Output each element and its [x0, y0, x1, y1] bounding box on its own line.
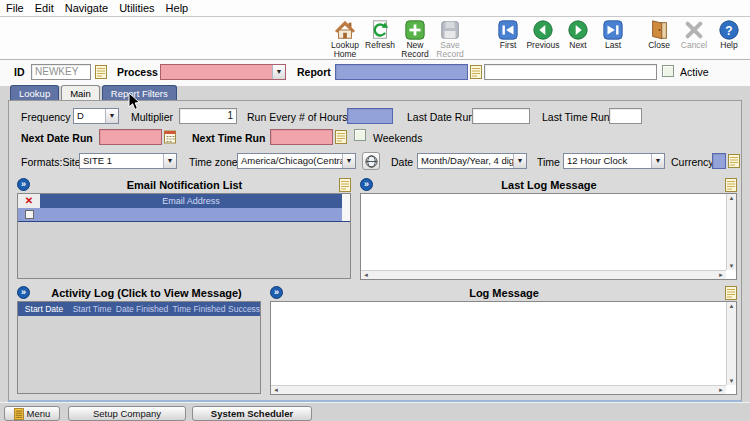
close-button[interactable]: Close: [642, 19, 676, 50]
menu-bar: File Edit Navigate Utilities Help: [0, 0, 750, 17]
toolbar-label: Previous: [526, 41, 559, 50]
time-format-dropdown[interactable]: 12 Hour Clock ▼: [563, 153, 665, 169]
scroll-up-icon[interactable]: ▲: [729, 195, 735, 201]
horizontal-scrollbar[interactable]: ◄►: [271, 385, 726, 394]
refresh-button[interactable]: Refresh: [363, 19, 397, 50]
date-finished-column-header[interactable]: Date Finished: [114, 302, 170, 316]
email-table-row[interactable]: [18, 208, 350, 222]
log-message-panel: » Log Message ▲▼ ◄►: [268, 285, 739, 397]
lookup-home-button[interactable]: Lookup Home: [328, 19, 362, 59]
tab-lookup[interactable]: Lookup: [10, 85, 59, 100]
id-label: ID: [14, 66, 25, 78]
report-lookup-icon[interactable]: [470, 65, 482, 79]
multiplier-label: Multiplier: [131, 111, 173, 123]
time-zone-dropdown[interactable]: America/Chicago(Central Stan ▼: [237, 153, 356, 169]
date-format-label: Date: [391, 156, 413, 168]
expand-panel-icon[interactable]: »: [360, 178, 373, 191]
date-format-dropdown[interactable]: Month/Day/Year, 4 digits ▼: [417, 153, 527, 169]
setup-company-button[interactable]: Setup Company: [68, 406, 186, 421]
currency-lookup-icon[interactable]: [728, 154, 740, 168]
log-textarea[interactable]: ▲▼ ◄►: [270, 301, 737, 395]
scroll-left-icon[interactable]: ◄: [273, 387, 279, 393]
scroll-up-icon[interactable]: ▲: [729, 303, 735, 309]
time-finished-column-header[interactable]: Time Finished: [170, 302, 228, 316]
last-record-button[interactable]: Last: [596, 19, 630, 50]
last-time-run-field[interactable]: [609, 108, 642, 124]
menu-file[interactable]: File: [6, 2, 24, 14]
system-scheduler-button[interactable]: System Scheduler: [192, 406, 312, 421]
toolbar-label: First: [500, 41, 517, 50]
email-address-column-header[interactable]: Email Address: [40, 194, 342, 208]
expand-panel-icon[interactable]: »: [17, 178, 30, 191]
formats-site-dropdown[interactable]: SITE 1 ▼: [79, 153, 177, 169]
report-field[interactable]: [335, 64, 468, 80]
active-checkbox[interactable]: [662, 65, 674, 77]
email-table: ✕ Email Address: [17, 193, 351, 279]
email-cell[interactable]: [40, 208, 342, 221]
email-notification-panel: » Email Notification List ✕ Email Addres…: [15, 177, 353, 281]
last-date-run-field[interactable]: [472, 108, 530, 124]
currency-field[interactable]: [712, 153, 726, 169]
last-log-panel: » Last Log Message ▲▼ ◄►: [358, 177, 739, 281]
next-date-run-field[interactable]: [99, 129, 162, 145]
weekends-checkbox[interactable]: [354, 129, 366, 141]
start-time-column-header[interactable]: Start Time: [70, 302, 114, 316]
process-label: Process: [117, 66, 158, 78]
time-format-value: 12 Hour Clock: [567, 155, 627, 166]
next-time-run-label: Next Time Run: [192, 132, 265, 144]
row-checkbox[interactable]: [25, 210, 34, 219]
first-record-button[interactable]: First: [491, 19, 525, 50]
expand-panel-icon[interactable]: »: [270, 286, 283, 299]
email-panel-header: » Email Notification List: [15, 177, 353, 192]
previous-record-button[interactable]: Previous: [526, 19, 560, 50]
calendar-icon[interactable]: [164, 130, 176, 144]
email-notepad-icon[interactable]: [339, 178, 351, 192]
scroll-down-icon[interactable]: ▼: [729, 263, 735, 269]
vertical-scrollbar[interactable]: ▲▼: [726, 302, 736, 385]
new-record-button[interactable]: New Record: [398, 19, 432, 59]
success-column-header[interactable]: Success: [228, 302, 260, 316]
currency-label: Currency: [671, 156, 714, 168]
delete-row-icon[interactable]: ✕: [18, 194, 40, 208]
record-header-row: ID NEWKEY Process ▼ Report Active: [0, 60, 750, 86]
id-lookup-icon[interactable]: [95, 65, 107, 79]
dropdown-arrow-icon: ▼: [342, 154, 355, 168]
weekends-label: Weekends: [373, 132, 422, 144]
process-dropdown[interactable]: ▼: [160, 64, 286, 80]
toolbar: Lookup Home Refresh New Record: [0, 17, 750, 60]
menu-help[interactable]: Help: [166, 2, 189, 14]
dropdown-arrow-icon: ▼: [272, 65, 285, 79]
report-name-field[interactable]: [484, 64, 657, 80]
tab-main[interactable]: Main: [61, 85, 100, 101]
multiplier-field[interactable]: 1: [179, 108, 237, 124]
next-record-button[interactable]: Next: [561, 19, 595, 50]
last-log-textarea[interactable]: ▲▼ ◄►: [360, 193, 737, 280]
timezone-sync-button[interactable]: [362, 152, 380, 170]
menu-utilities[interactable]: Utilities: [119, 2, 154, 14]
menu-list-icon: [14, 408, 24, 420]
horizontal-scrollbar[interactable]: ◄►: [361, 270, 726, 279]
time-zone-value: America/Chicago(Central Stan: [241, 155, 356, 166]
vertical-scrollbar[interactable]: ▲▼: [726, 194, 736, 270]
expand-panel-icon[interactable]: »: [17, 286, 30, 299]
menu-button[interactable]: Menu: [4, 406, 60, 421]
scroll-right-icon[interactable]: ►: [718, 387, 724, 393]
log-notepad-icon[interactable]: [725, 286, 737, 300]
scroll-right-icon[interactable]: ►: [718, 272, 724, 278]
id-field[interactable]: NEWKEY: [31, 64, 91, 80]
next-time-run-field[interactable]: [270, 129, 333, 145]
active-label: Active: [680, 66, 709, 78]
run-every-hours-field[interactable]: [347, 108, 393, 124]
frequency-dropdown[interactable]: D ▼: [73, 108, 119, 124]
email-scroll-gutter: [342, 194, 350, 208]
report-label: Report: [297, 66, 331, 78]
start-date-column-header[interactable]: Start Date: [18, 302, 70, 316]
menu-edit[interactable]: Edit: [35, 2, 54, 14]
menu-navigate[interactable]: Navigate: [65, 2, 108, 14]
time-lookup-icon[interactable]: [335, 130, 347, 144]
last-log-notepad-icon[interactable]: [725, 178, 737, 192]
run-every-hours-label: Run Every # of Hours: [247, 111, 347, 123]
help-button[interactable]: ? Help: [712, 19, 746, 50]
scroll-left-icon[interactable]: ◄: [363, 272, 369, 278]
scroll-down-icon[interactable]: ▼: [729, 378, 735, 384]
